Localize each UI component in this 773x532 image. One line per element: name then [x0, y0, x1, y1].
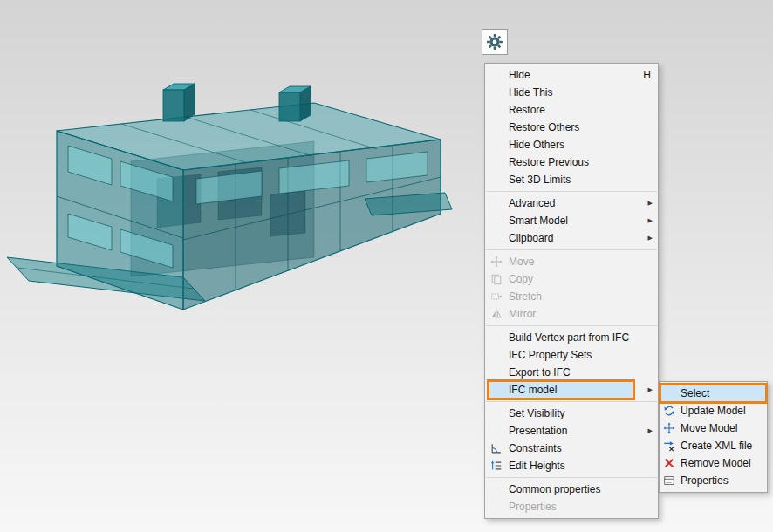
edit-heights-icon	[490, 460, 503, 472]
menu-item-label: Hide	[509, 69, 530, 81]
submenu-item-label: Update Model	[681, 405, 746, 417]
menu-item-export-to-ifc[interactable]: Export to IFC	[485, 364, 658, 381]
submenu-item-select[interactable]: Select	[660, 385, 767, 402]
copy-icon	[490, 273, 503, 285]
menu-item-label: Hide This	[509, 86, 552, 99]
mirror-icon	[490, 308, 503, 320]
menu-item-set-visibility[interactable]: Set Visibility	[485, 405, 658, 422]
submenu-item-label: Remove Model	[681, 457, 751, 469]
menu-item-restore[interactable]: Restore	[485, 101, 658, 119]
move-icon	[490, 256, 503, 268]
menu-separator	[486, 191, 657, 192]
create-xml-icon	[663, 440, 675, 452]
menu-item-stretch: Stretch	[485, 288, 658, 305]
app-window: Hide H Hide This Restore Restore Others …	[0, 0, 773, 532]
submenu-item-label: Select	[681, 387, 709, 399]
menu-item-ifc-model[interactable]: IFC model ▶	[485, 381, 658, 399]
submenu-item-properties[interactable]: Properties	[660, 472, 767, 489]
annotation-highlight-box	[659, 383, 768, 404]
menu-item-label: Restore	[509, 104, 545, 116]
menu-separator	[486, 325, 657, 326]
submenu-item-update-model[interactable]: Update Model	[660, 402, 767, 419]
menu-item-label: Presentation	[509, 425, 567, 437]
submenu-arrow-icon: ▶	[648, 200, 653, 207]
menu-item-presentation[interactable]: Presentation ▶	[485, 422, 658, 440]
menu-item-set-3d-limits[interactable]: Set 3D Limits	[485, 171, 658, 188]
submenu-item-remove-model[interactable]: Remove Model	[660, 454, 767, 472]
submenu-item-label: Move Model	[681, 422, 737, 434]
menu-item-label: Edit Heights	[509, 460, 565, 472]
menu-item-build-vertex-part-from-ifc[interactable]: Build Vertex part from IFC	[485, 329, 658, 346]
menu-item-label: Restore Previous	[509, 156, 589, 168]
menu-item-label: Advanced	[509, 197, 555, 209]
update-model-icon	[663, 405, 675, 417]
menu-separator	[486, 477, 657, 478]
menu-item-label: Properties	[509, 501, 557, 513]
ifc-building-model[interactable]	[0, 48, 471, 340]
menu-item-label: IFC Property Sets	[509, 349, 592, 361]
menu-item-smart-model[interactable]: Smart Model ▶	[485, 212, 658, 229]
properties-icon	[663, 474, 675, 487]
submenu-arrow-icon: ▶	[648, 427, 653, 434]
menu-item-mirror: Mirror	[485, 305, 658, 323]
menu-item-label: Stretch	[509, 290, 542, 303]
menu-item-label: Clipboard	[509, 232, 553, 244]
menu-separator	[486, 401, 657, 402]
menu-item-label: Export to IFC	[509, 366, 571, 379]
menu-item-label: Hide Others	[509, 139, 564, 151]
menu-item-advanced[interactable]: Advanced ▶	[485, 194, 658, 212]
constraints-icon	[490, 442, 503, 454]
menu-item-restore-previous[interactable]: Restore Previous	[485, 153, 658, 171]
menu-item-label: IFC model	[509, 384, 557, 396]
menu-item-label: Constraints	[509, 442, 562, 454]
context-menu: Hide H Hide This Restore Restore Others …	[484, 63, 659, 519]
menu-separator	[486, 249, 657, 250]
menu-item-clipboard[interactable]: Clipboard ▶	[485, 229, 658, 247]
submenu-arrow-icon: ▶	[648, 235, 653, 242]
menu-item-label: Set 3D Limits	[509, 174, 571, 186]
menu-item-label: Common properties	[509, 483, 600, 495]
menu-item-hide-this[interactable]: Hide This	[485, 84, 658, 101]
menu-item-hide[interactable]: Hide H	[485, 66, 658, 84]
ifc-model-submenu: Select Update Model	[659, 381, 768, 493]
submenu-item-create-xml-file[interactable]: Create XML file	[660, 437, 767, 454]
menu-item-common-properties[interactable]: Common properties	[485, 481, 658, 498]
menu-item-label: Move	[509, 256, 534, 268]
menu-item-restore-others[interactable]: Restore Others	[485, 119, 658, 136]
submenu-item-label: Properties	[681, 474, 729, 487]
shortcut-key: H	[643, 69, 651, 81]
menu-item-properties: Properties	[485, 498, 658, 515]
menu-item-hide-others[interactable]: Hide Others	[485, 136, 658, 153]
menu-item-label: Mirror	[509, 308, 536, 320]
menu-item-label: Set Visibility	[509, 407, 564, 419]
menu-item-ifc-property-sets[interactable]: IFC Property Sets	[485, 346, 658, 364]
remove-model-icon	[663, 457, 675, 469]
gear-icon	[486, 33, 503, 51]
menu-item-label: Smart Model	[509, 215, 568, 227]
menu-item-constraints[interactable]: Constraints	[485, 440, 658, 457]
menu-item-edit-heights[interactable]: Edit Heights	[485, 457, 658, 474]
submenu-item-move-model[interactable]: Move Model	[660, 419, 767, 437]
settings-button[interactable]	[482, 29, 508, 55]
submenu-item-label: Create XML file	[681, 440, 752, 452]
menu-item-label: Copy	[509, 273, 533, 285]
menu-item-label: Build Vertex part from IFC	[509, 331, 629, 344]
submenu-arrow-icon: ▶	[648, 386, 653, 393]
submenu-arrow-icon: ▶	[648, 217, 653, 224]
menu-item-copy: Copy	[485, 270, 658, 288]
menu-item-label: Restore Others	[509, 121, 579, 133]
move-model-icon	[663, 422, 675, 434]
stretch-icon	[490, 290, 503, 303]
menu-item-move: Move	[485, 253, 658, 270]
